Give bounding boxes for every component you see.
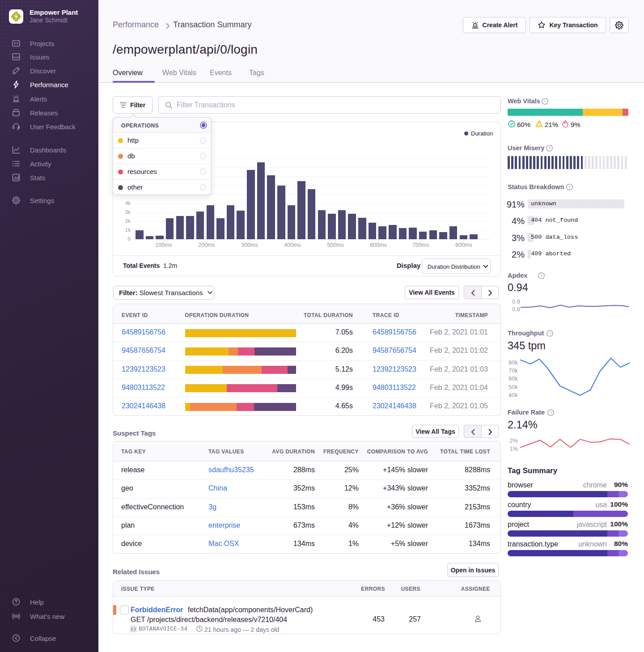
svg-text:?: ? [549,331,551,336]
svg-text:?: ? [550,411,552,415]
svg-text:?: ? [544,99,546,104]
svg-text:?: ? [548,146,551,151]
svg-text:?: ? [540,274,542,278]
svg-text:?: ? [568,185,571,190]
